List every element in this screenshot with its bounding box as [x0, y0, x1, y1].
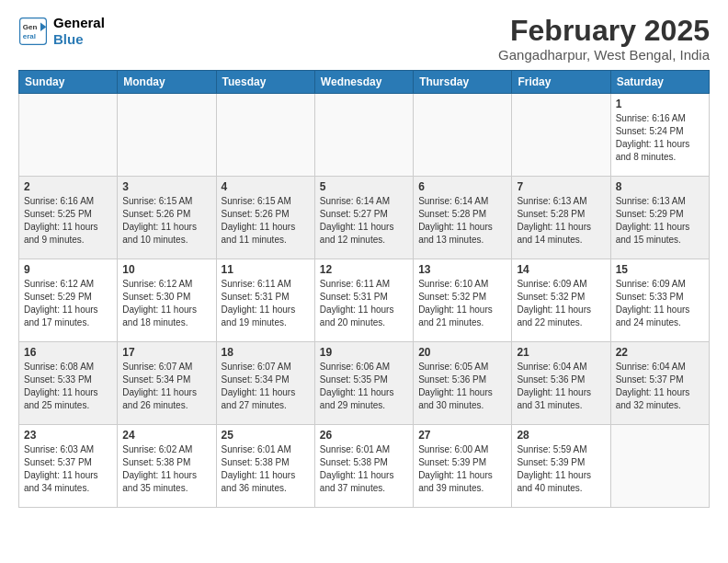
- day-number: 6: [418, 180, 506, 193]
- day-info: Sunrise: 6:14 AM Sunset: 5:27 PM Dayligh…: [320, 195, 408, 247]
- day-cell-9: 9Sunrise: 6:12 AM Sunset: 5:29 PM Daylig…: [19, 259, 118, 342]
- day-number: 10: [122, 263, 210, 276]
- month-title: February 2025: [498, 15, 710, 47]
- svg-text:Gen: Gen: [23, 23, 38, 31]
- day-cell-22: 22Sunrise: 6:04 AM Sunset: 5:37 PM Dayli…: [610, 342, 709, 425]
- day-info: Sunrise: 6:13 AM Sunset: 5:28 PM Dayligh…: [517, 195, 605, 247]
- day-number: 26: [320, 429, 408, 442]
- empty-cell: [118, 94, 216, 177]
- day-number: 27: [418, 429, 506, 442]
- empty-cell: [414, 94, 512, 177]
- day-info: Sunrise: 6:14 AM Sunset: 5:28 PM Dayligh…: [418, 195, 506, 247]
- day-number: 12: [320, 263, 408, 276]
- day-cell-4: 4Sunrise: 6:15 AM Sunset: 5:26 PM Daylig…: [216, 177, 314, 259]
- day-cell-19: 19Sunrise: 6:06 AM Sunset: 5:35 PM Dayli…: [314, 342, 413, 425]
- day-info: Sunrise: 5:59 AM Sunset: 5:39 PM Dayligh…: [517, 443, 605, 495]
- empty-cell: [216, 94, 314, 177]
- day-number: 20: [418, 346, 506, 359]
- day-info: Sunrise: 6:01 AM Sunset: 5:38 PM Dayligh…: [222, 443, 310, 495]
- day-info: Sunrise: 6:09 AM Sunset: 5:32 PM Dayligh…: [517, 278, 605, 329]
- day-cell-17: 17Sunrise: 6:07 AM Sunset: 5:34 PM Dayli…: [118, 342, 216, 425]
- day-number: 11: [222, 263, 310, 276]
- day-info: Sunrise: 6:16 AM Sunset: 5:24 PM Dayligh…: [616, 112, 704, 164]
- weekday-header-friday: Friday: [512, 71, 610, 94]
- logo-icon: Gen eral: [18, 17, 48, 46]
- day-number: 22: [616, 346, 704, 359]
- week-row-4: 16Sunrise: 6:08 AM Sunset: 5:33 PM Dayli…: [19, 342, 710, 425]
- day-info: Sunrise: 6:11 AM Sunset: 5:31 PM Dayligh…: [222, 278, 310, 329]
- day-number: 13: [418, 263, 506, 276]
- week-row-3: 9Sunrise: 6:12 AM Sunset: 5:29 PM Daylig…: [19, 259, 710, 342]
- day-info: Sunrise: 6:05 AM Sunset: 5:36 PM Dayligh…: [418, 361, 506, 412]
- day-cell-12: 12Sunrise: 6:11 AM Sunset: 5:31 PM Dayli…: [314, 259, 413, 342]
- day-cell-24: 24Sunrise: 6:02 AM Sunset: 5:38 PM Dayli…: [118, 425, 216, 508]
- day-info: Sunrise: 6:03 AM Sunset: 5:37 PM Dayligh…: [24, 443, 112, 495]
- weekday-header-sunday: Sunday: [19, 71, 118, 94]
- day-info: Sunrise: 6:04 AM Sunset: 5:36 PM Dayligh…: [517, 361, 605, 412]
- empty-cell: [512, 94, 610, 177]
- day-number: 14: [517, 263, 605, 276]
- weekday-header-saturday: Saturday: [610, 71, 709, 94]
- day-number: 17: [122, 346, 210, 359]
- day-info: Sunrise: 6:12 AM Sunset: 5:29 PM Dayligh…: [24, 278, 112, 329]
- day-cell-16: 16Sunrise: 6:08 AM Sunset: 5:33 PM Dayli…: [19, 342, 118, 425]
- day-cell-28: 28Sunrise: 5:59 AM Sunset: 5:39 PM Dayli…: [512, 425, 610, 508]
- day-info: Sunrise: 6:16 AM Sunset: 5:25 PM Dayligh…: [24, 195, 112, 247]
- svg-text:eral: eral: [23, 32, 36, 40]
- day-cell-20: 20Sunrise: 6:05 AM Sunset: 5:36 PM Dayli…: [414, 342, 512, 425]
- day-info: Sunrise: 6:15 AM Sunset: 5:26 PM Dayligh…: [222, 195, 310, 247]
- day-number: 3: [122, 180, 210, 193]
- day-cell-27: 27Sunrise: 6:00 AM Sunset: 5:39 PM Dayli…: [414, 425, 512, 508]
- day-info: Sunrise: 6:08 AM Sunset: 5:33 PM Dayligh…: [24, 361, 112, 412]
- logo-text: General Blue: [53, 15, 105, 48]
- day-info: Sunrise: 6:07 AM Sunset: 5:34 PM Dayligh…: [122, 361, 210, 412]
- day-number: 28: [517, 429, 605, 442]
- day-cell-15: 15Sunrise: 6:09 AM Sunset: 5:33 PM Dayli…: [610, 259, 709, 342]
- day-number: 21: [517, 346, 605, 359]
- weekday-header-row: SundayMondayTuesdayWednesdayThursdayFrid…: [19, 71, 710, 94]
- day-number: 16: [24, 346, 112, 359]
- day-cell-18: 18Sunrise: 6:07 AM Sunset: 5:34 PM Dayli…: [216, 342, 314, 425]
- day-info: Sunrise: 6:15 AM Sunset: 5:26 PM Dayligh…: [122, 195, 210, 247]
- week-row-1: 1Sunrise: 6:16 AM Sunset: 5:24 PM Daylig…: [19, 94, 710, 177]
- day-cell-3: 3Sunrise: 6:15 AM Sunset: 5:26 PM Daylig…: [118, 177, 216, 259]
- day-info: Sunrise: 6:11 AM Sunset: 5:31 PM Dayligh…: [320, 278, 408, 329]
- day-number: 19: [320, 346, 408, 359]
- title-block: February 2025 Gangadharpur, West Bengal,…: [498, 15, 710, 63]
- day-cell-2: 2Sunrise: 6:16 AM Sunset: 5:25 PM Daylig…: [19, 177, 118, 259]
- day-cell-14: 14Sunrise: 6:09 AM Sunset: 5:32 PM Dayli…: [512, 259, 610, 342]
- day-cell-26: 26Sunrise: 6:01 AM Sunset: 5:38 PM Dayli…: [314, 425, 413, 508]
- day-cell-5: 5Sunrise: 6:14 AM Sunset: 5:27 PM Daylig…: [314, 177, 413, 259]
- week-row-5: 23Sunrise: 6:03 AM Sunset: 5:37 PM Dayli…: [19, 425, 710, 508]
- week-row-2: 2Sunrise: 6:16 AM Sunset: 5:25 PM Daylig…: [19, 177, 710, 259]
- day-info: Sunrise: 6:02 AM Sunset: 5:38 PM Dayligh…: [122, 443, 210, 495]
- page-header: Gen eral General Blue February 2025 Gang…: [18, 15, 710, 63]
- day-info: Sunrise: 6:00 AM Sunset: 5:39 PM Dayligh…: [418, 443, 506, 495]
- day-number: 4: [222, 180, 310, 193]
- day-cell-11: 11Sunrise: 6:11 AM Sunset: 5:31 PM Dayli…: [216, 259, 314, 342]
- weekday-header-tuesday: Tuesday: [216, 71, 314, 94]
- day-info: Sunrise: 6:07 AM Sunset: 5:34 PM Dayligh…: [222, 361, 310, 412]
- day-cell-25: 25Sunrise: 6:01 AM Sunset: 5:38 PM Dayli…: [216, 425, 314, 508]
- location: Gangadharpur, West Bengal, India: [498, 47, 710, 63]
- empty-cell: [314, 94, 413, 177]
- day-number: 2: [24, 180, 112, 193]
- day-cell-23: 23Sunrise: 6:03 AM Sunset: 5:37 PM Dayli…: [19, 425, 118, 508]
- day-cell-1: 1Sunrise: 6:16 AM Sunset: 5:24 PM Daylig…: [610, 94, 709, 177]
- day-cell-10: 10Sunrise: 6:12 AM Sunset: 5:30 PM Dayli…: [118, 259, 216, 342]
- empty-cell: [19, 94, 118, 177]
- day-number: 24: [122, 429, 210, 442]
- day-number: 23: [24, 429, 112, 442]
- day-info: Sunrise: 6:01 AM Sunset: 5:38 PM Dayligh…: [320, 443, 408, 495]
- day-number: 1: [616, 98, 704, 110]
- weekday-header-monday: Monday: [118, 71, 216, 94]
- day-info: Sunrise: 6:10 AM Sunset: 5:32 PM Dayligh…: [418, 278, 506, 329]
- day-info: Sunrise: 6:09 AM Sunset: 5:33 PM Dayligh…: [616, 278, 704, 329]
- day-number: 18: [222, 346, 310, 359]
- day-info: Sunrise: 6:06 AM Sunset: 5:35 PM Dayligh…: [320, 361, 408, 412]
- day-number: 8: [616, 180, 704, 193]
- day-number: 9: [24, 263, 112, 276]
- day-number: 25: [222, 429, 310, 442]
- day-cell-13: 13Sunrise: 6:10 AM Sunset: 5:32 PM Dayli…: [414, 259, 512, 342]
- day-info: Sunrise: 6:04 AM Sunset: 5:37 PM Dayligh…: [616, 361, 704, 412]
